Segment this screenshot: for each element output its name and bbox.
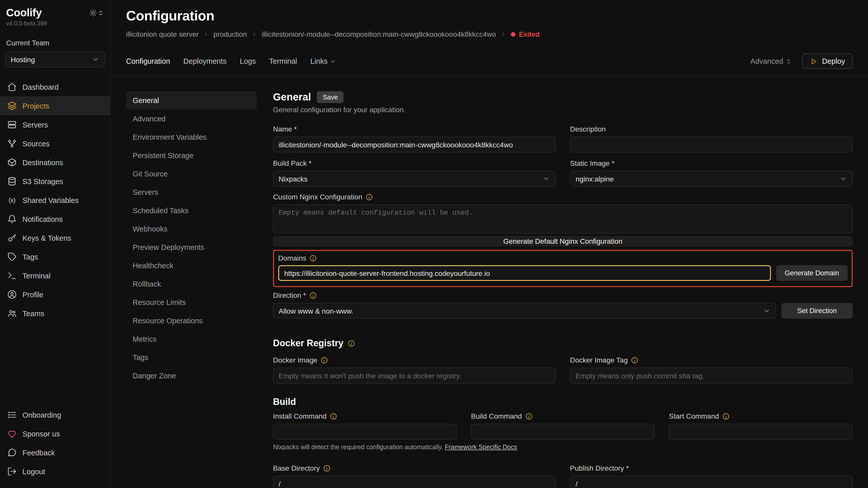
info-icon[interactable]	[309, 254, 317, 262]
subnav-item-environment-variables[interactable]: Environment Variables	[126, 128, 257, 147]
subnav-item-danger-zone[interactable]: Danger Zone	[126, 367, 257, 385]
subnav-item-resource-limits[interactable]: Resource Limits	[126, 293, 257, 312]
save-button[interactable]: Save	[317, 91, 343, 103]
nixpacks-note: Nixpacks will detect the required config…	[273, 444, 853, 451]
breadcrumb-project[interactable]: illicitonion quote server	[126, 30, 199, 38]
direction-field: Direction * Allow www & non-www. Set Dir…	[273, 291, 853, 319]
sidebar-item-s3-storages[interactable]: S3 Storages	[0, 172, 110, 191]
sidebar-item-onboarding[interactable]: Onboarding	[0, 405, 110, 424]
sidebar: Coolify v4.0.0-beta.399 Current Team Hos…	[0, 0, 111, 488]
theme-toggle[interactable]	[89, 9, 104, 17]
app-version: v4.0.0-beta.399	[0, 19, 110, 27]
info-icon[interactable]	[365, 193, 373, 201]
install-command-input[interactable]	[273, 424, 457, 440]
sidebar-item-sponsor[interactable]: Sponsor us	[0, 424, 110, 443]
tab-terminal[interactable]: Terminal	[269, 57, 297, 65]
sidebar-item-teams[interactable]: Teams	[0, 304, 110, 323]
tab-deployments[interactable]: Deployments	[183, 57, 226, 65]
tab-bar: Configuration Deployments Logs Terminal …	[126, 54, 853, 69]
info-icon[interactable]	[631, 356, 639, 364]
docker-image-tag-input[interactable]	[570, 368, 853, 384]
sidebar-item-projects[interactable]: Projects	[0, 96, 110, 115]
configuration-subnav: General Advanced Environment Variables P…	[126, 91, 257, 488]
docker-image-input[interactable]	[273, 368, 556, 384]
subnav-item-preview-deployments[interactable]: Preview Deployments	[126, 238, 257, 257]
info-icon[interactable]	[525, 412, 532, 420]
tab-configuration[interactable]: Configuration	[126, 57, 170, 65]
subnav-item-persistent-storage[interactable]: Persistent Storage	[126, 147, 257, 165]
nginx-config-textarea[interactable]	[273, 204, 853, 233]
generate-nginx-button[interactable]: Generate Default Nginx Configuration	[273, 236, 853, 246]
subnav-item-rollback[interactable]: Rollback	[126, 275, 257, 293]
direction-select[interactable]: Allow www & non-www.	[273, 303, 776, 319]
app-logo: Coolify	[6, 7, 42, 19]
layers-icon	[7, 101, 17, 111]
docker-image-tag-label: Docker Image Tag	[570, 356, 853, 364]
info-icon[interactable]	[330, 412, 337, 420]
framework-docs-link[interactable]: Framework Specific Docs	[445, 444, 517, 451]
subnav-item-scheduled-tasks[interactable]: Scheduled Tasks	[126, 201, 257, 220]
subnav-item-metrics[interactable]: Metrics	[126, 330, 257, 348]
info-icon[interactable]	[309, 291, 317, 299]
page-title: Configuration	[126, 8, 853, 24]
current-team-label: Current Team	[0, 27, 110, 52]
subnav-item-general[interactable]: General	[126, 91, 257, 110]
sidebar-item-profile[interactable]: Profile	[0, 285, 110, 304]
sidebar-item-destinations[interactable]: Destinations	[0, 153, 110, 172]
description-field: Description	[570, 125, 853, 153]
app-root: Coolify v4.0.0-beta.399 Current Team Hos…	[0, 0, 868, 488]
description-input[interactable]	[570, 137, 853, 153]
message-icon	[7, 448, 17, 457]
build-pack-select[interactable]: Nixpacks	[273, 171, 556, 187]
sidebar-item-feedback[interactable]: Feedback	[0, 443, 110, 462]
subnav-item-servers[interactable]: Servers	[126, 183, 257, 201]
chevron-down-icon	[542, 175, 550, 183]
sidebar-item-shared-variables[interactable]: (x)Shared Variables	[0, 191, 110, 209]
tab-links[interactable]: Links	[310, 57, 336, 65]
breadcrumb-application[interactable]: illicitestonion/-module--decomposition:m…	[262, 30, 496, 38]
sidebar-item-dashboard[interactable]: Dashboard	[0, 77, 110, 96]
users-icon	[7, 308, 17, 318]
sidebar-item-keys-tokens[interactable]: Keys & Tokens	[0, 228, 110, 247]
subnav-item-tags[interactable]: Tags	[126, 348, 257, 367]
sidebar-item-terminal[interactable]: Terminal	[0, 266, 110, 285]
status-label: Exited	[519, 30, 539, 38]
heart-icon	[7, 429, 17, 438]
info-icon[interactable]	[347, 339, 355, 347]
subnav-item-advanced[interactable]: Advanced	[126, 110, 257, 128]
sidebar-item-servers[interactable]: Servers	[0, 115, 110, 134]
start-command-input[interactable]	[669, 424, 853, 440]
sidebar-item-sources[interactable]: Sources	[0, 134, 110, 153]
docker-image-field: Docker Image	[273, 356, 556, 384]
breadcrumb-environment[interactable]: production	[214, 30, 247, 38]
deploy-button[interactable]: Deploy	[802, 54, 853, 69]
chevron-right-icon	[251, 31, 258, 37]
advanced-toggle[interactable]: Advanced	[750, 57, 792, 65]
static-image-select[interactable]: nginx:alpine	[570, 171, 853, 187]
subnav-item-git-source[interactable]: Git Source	[126, 165, 257, 183]
info-icon[interactable]	[722, 412, 730, 420]
base-directory-input[interactable]	[273, 476, 556, 488]
domains-input[interactable]	[278, 265, 771, 281]
nginx-config-field: Custom Nginx Configuration	[273, 193, 853, 233]
generate-domain-button[interactable]: Generate Domain	[776, 265, 847, 281]
team-select[interactable]: Hosting	[5, 52, 105, 67]
install-command-label: Install Command	[273, 412, 457, 420]
sidebar-item-notifications[interactable]: Notifications	[0, 209, 110, 228]
info-icon[interactable]	[320, 356, 328, 364]
main-area: Configuration illicitonion quote server …	[111, 0, 868, 488]
subnav-item-healthcheck[interactable]: Healthcheck	[126, 257, 257, 275]
publish-directory-input[interactable]	[570, 476, 853, 488]
info-icon[interactable]	[323, 464, 331, 472]
box-icon	[7, 158, 17, 167]
name-input[interactable]	[273, 137, 556, 153]
subnav-item-webhooks[interactable]: Webhooks	[126, 220, 257, 238]
sidebar-item-tags[interactable]: Tags	[0, 247, 110, 266]
set-direction-button[interactable]: Set Direction	[781, 303, 853, 319]
tab-logs[interactable]: Logs	[240, 57, 256, 65]
direction-label: Direction *	[273, 291, 853, 299]
subnav-item-resource-operations[interactable]: Resource Operations	[126, 312, 257, 330]
static-image-label: Static Image *	[570, 159, 853, 167]
sidebar-item-logout[interactable]: Logout	[0, 462, 110, 481]
build-command-input[interactable]	[471, 424, 655, 440]
